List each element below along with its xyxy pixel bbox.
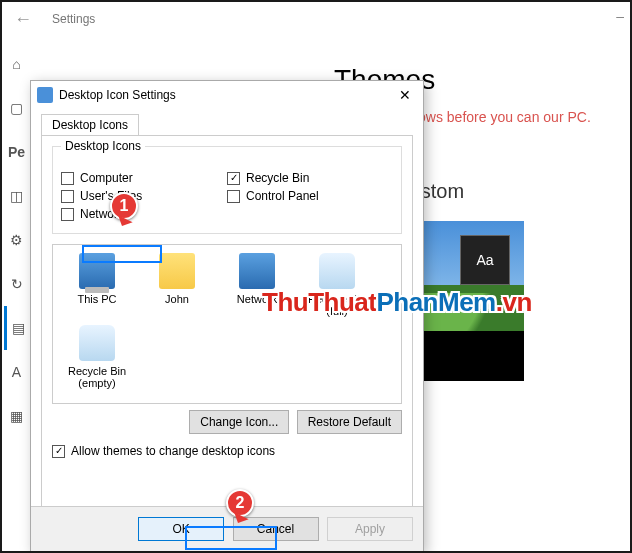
checkbox-recycle-bin[interactable]: ✓ Recycle Bin bbox=[227, 171, 393, 185]
dialog-panel: Desktop Icons Computer User's Files bbox=[41, 135, 413, 513]
tab-desktop-icons[interactable]: Desktop Icons bbox=[41, 114, 139, 136]
checkbox-label: Computer bbox=[80, 171, 133, 185]
recycle-bin-empty-icon bbox=[79, 325, 115, 361]
minimize-button[interactable]: – bbox=[616, 8, 624, 24]
checkbox-computer[interactable]: Computer bbox=[61, 171, 227, 185]
list-item-label: John bbox=[137, 293, 217, 305]
nav-item-icon[interactable]: ▢ bbox=[4, 86, 29, 130]
change-icon-button[interactable]: Change Icon... bbox=[189, 410, 289, 434]
dialog-title: Desktop Icon Settings bbox=[59, 88, 176, 102]
checkbox-icon: ✓ bbox=[227, 172, 240, 185]
list-item-label: This PC bbox=[57, 293, 137, 305]
ok-button[interactable]: OK bbox=[138, 517, 224, 541]
checkbox-label: Control Panel bbox=[246, 189, 319, 203]
checkbox-icon bbox=[61, 172, 74, 185]
settings-window-title: Settings bbox=[52, 12, 95, 26]
settings-sidebar: ⌂ ▢ Pe ◫ ⚙ ↻ ▤ A ▦ bbox=[4, 42, 29, 542]
checkbox-label: Recycle Bin bbox=[246, 171, 309, 185]
dialog-button-bar: OK Cancel Apply bbox=[31, 506, 423, 551]
groupbox-legend: Desktop Icons bbox=[61, 139, 145, 153]
icon-preview-listbox[interactable]: This PC John Network Recycle Bin (full) … bbox=[52, 244, 402, 404]
checkbox-label: Allow themes to change desktop icons bbox=[71, 444, 275, 458]
preview-color-sample: Aa bbox=[460, 235, 510, 285]
watermark: ThuThuatPhanMem.vn bbox=[262, 287, 532, 318]
checkbox-icon: ✓ bbox=[52, 445, 65, 458]
nav-item-icon[interactable]: ↻ bbox=[4, 262, 29, 306]
list-item-label: Recycle Bin (empty) bbox=[57, 365, 137, 389]
dialog-icon bbox=[37, 87, 53, 103]
annotation-marker-1: 1 bbox=[110, 192, 138, 220]
list-item[interactable]: Recycle Bin (empty) bbox=[57, 325, 137, 389]
user-folder-icon bbox=[159, 253, 195, 289]
close-icon[interactable]: ✕ bbox=[393, 85, 417, 105]
checkbox-icon bbox=[61, 208, 74, 221]
nav-item-icon[interactable]: ⚙ bbox=[4, 218, 29, 262]
recycle-bin-full-icon bbox=[319, 253, 355, 289]
nav-item-icon[interactable]: ▦ bbox=[4, 394, 29, 438]
settings-titlebar: ← Settings bbox=[4, 4, 628, 34]
home-icon[interactable]: ⌂ bbox=[4, 42, 29, 86]
restore-default-button[interactable]: Restore Default bbox=[297, 410, 402, 434]
checkbox-network[interactable]: Network bbox=[61, 207, 227, 221]
nav-item-icon[interactable]: A bbox=[4, 350, 29, 394]
dialog-titlebar: Desktop Icon Settings ✕ bbox=[31, 81, 423, 109]
list-item[interactable]: John bbox=[137, 253, 217, 317]
back-arrow-icon[interactable]: ← bbox=[14, 9, 32, 30]
checkbox-icon bbox=[61, 190, 74, 203]
checkbox-allow-themes[interactable]: ✓ Allow themes to change desktop icons bbox=[52, 444, 402, 458]
annotation-marker-2: 2 bbox=[226, 489, 254, 517]
list-item[interactable]: This PC bbox=[57, 253, 137, 317]
this-pc-icon bbox=[79, 253, 115, 289]
network-icon bbox=[239, 253, 275, 289]
desktop-icons-groupbox: Desktop Icons Computer User's Files bbox=[52, 146, 402, 234]
checkbox-icon bbox=[227, 190, 240, 203]
nav-item-icon[interactable]: ◫ bbox=[4, 174, 29, 218]
apply-button[interactable]: Apply bbox=[327, 517, 413, 541]
checkbox-users-files[interactable]: User's Files bbox=[61, 189, 227, 203]
nav-item-icon[interactable]: Pe bbox=[4, 130, 29, 174]
nav-item-icon[interactable]: ▤ bbox=[4, 306, 29, 350]
checkbox-control-panel[interactable]: Control Panel bbox=[227, 189, 393, 203]
